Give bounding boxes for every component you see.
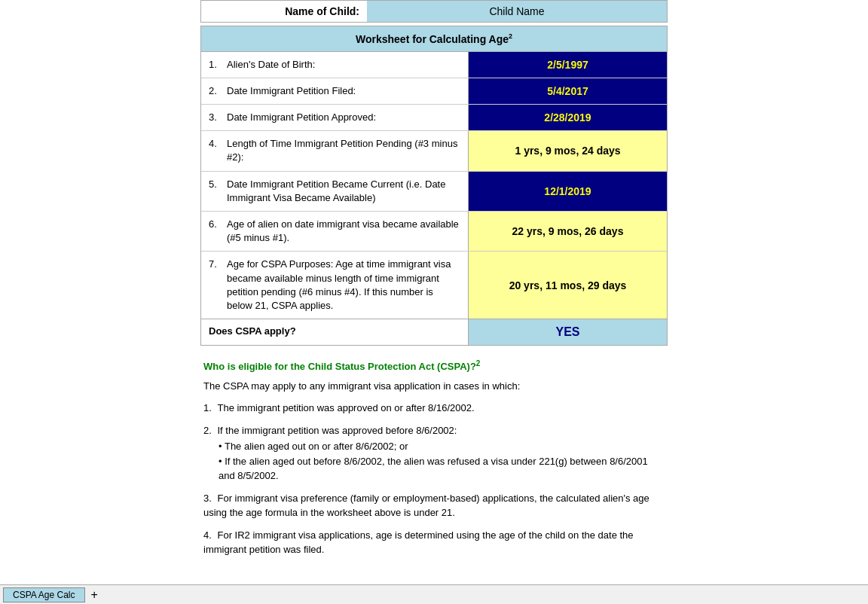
row-value[interactable]: 12/1/2019	[469, 172, 667, 211]
row-text: Date Immigrant Petition Filed:	[227, 84, 460, 98]
row-value[interactable]: 2/28/2019	[469, 105, 667, 130]
worksheet-row: 7.Age for CSPA Purposes: Age at time imm…	[201, 252, 667, 319]
info-list-item: 2. If the immigrant petition was approve…	[203, 423, 665, 484]
list-num: 1.	[203, 402, 214, 413]
worksheet-table: Worksheet for Calculating Age2 1.Alien's…	[200, 26, 668, 346]
list-num: 3.	[203, 493, 214, 504]
worksheet-rows: 1.Alien's Date of Birth:2/5/19972.Date I…	[201, 52, 667, 319]
info-intro: The CSPA may apply to any immigrant visa…	[203, 379, 665, 394]
row-text: Date Immigrant Petition Approved:	[227, 111, 460, 124]
worksheet-row: 6.Age of alien on date immigrant visa be…	[201, 212, 667, 252]
row-value[interactable]: 2/5/1997	[469, 52, 667, 78]
worksheet-header: Worksheet for Calculating Age2	[201, 26, 667, 52]
row-label: 5.Date Immigrant Petition Became Current…	[201, 172, 469, 211]
row-value: 20 yrs, 11 mos, 29 days	[469, 252, 667, 319]
row-number: 6.	[209, 218, 222, 231]
row-number: 7.	[209, 258, 222, 271]
row-number: 2.	[209, 84, 222, 98]
row-label: 6.Age of alien on date immigrant visa be…	[201, 212, 469, 251]
info-list-item: 3. For immigrant visa preference (family…	[203, 491, 665, 520]
row-label: 7.Age for CSPA Purposes: Age at time imm…	[201, 252, 469, 319]
row-label: 2.Date Immigrant Petition Filed:	[201, 78, 469, 104]
name-value[interactable]: Child Name	[367, 1, 667, 22]
worksheet-row: 5.Date Immigrant Petition Became Current…	[201, 172, 667, 212]
row-text: Date Immigrant Petition Became Current (…	[227, 178, 460, 205]
worksheet-row: 2.Date Immigrant Petition Filed:5/4/2017	[201, 78, 667, 105]
row-value: 22 yrs, 9 mos, 26 days	[469, 212, 667, 251]
row-number: 4.	[209, 137, 222, 151]
row-number: 5.	[209, 178, 222, 191]
cspa-label: Does CSPA apply?	[201, 319, 469, 345]
sub-list: The alien aged out on or after 8/6/2002;…	[203, 439, 665, 484]
worksheet-row: 1.Alien's Date of Birth:2/5/1997	[201, 52, 667, 78]
row-label: 4.Length of Time Immigrant Petition Pend…	[201, 131, 469, 170]
row-value: 1 yrs, 9 mos, 24 days	[469, 131, 667, 170]
sub-list-item: The alien aged out on or after 8/6/2002;…	[219, 439, 665, 454]
cspa-row: Does CSPA apply? YES	[201, 319, 667, 345]
info-section: Who is eligible for the Child Status Pro…	[200, 358, 668, 557]
sub-list-item: If the alien aged out before 8/6/2002, t…	[219, 454, 665, 484]
name-label: Name of Child:	[201, 1, 367, 22]
row-text: Length of Time Immigrant Petition Pendin…	[227, 137, 460, 164]
row-number: 3.	[209, 111, 222, 124]
list-num: 4.	[203, 529, 214, 541]
row-label: 1.Alien's Date of Birth:	[201, 52, 469, 78]
info-title: Who is eligible for the Child Status Pro…	[203, 358, 665, 374]
row-label: 3.Date Immigrant Petition Approved:	[201, 105, 469, 130]
row-number: 1.	[209, 58, 222, 72]
worksheet-row: 3.Date Immigrant Petition Approved:2/28/…	[201, 105, 667, 131]
row-text: Age of alien on date immigrant visa beca…	[227, 218, 460, 245]
row-text: Alien's Date of Birth:	[227, 58, 460, 72]
row-text: Age for CSPA Purposes: Age at time immig…	[227, 258, 460, 313]
row-value[interactable]: 5/4/2017	[469, 78, 667, 104]
info-list-item: 4. For IR2 immigrant visa applications, …	[203, 528, 665, 557]
name-row: Name of Child: Child Name	[200, 0, 668, 23]
worksheet-row: 4.Length of Time Immigrant Petition Pend…	[201, 131, 667, 171]
list-num: 2.	[203, 425, 214, 436]
cspa-value: YES	[469, 319, 667, 345]
info-list: 1. The immigrant petition was approved o…	[203, 401, 665, 557]
info-list-item: 1. The immigrant petition was approved o…	[203, 401, 665, 416]
page-wrapper: Name of Child: Child Name Worksheet for …	[200, 0, 668, 557]
